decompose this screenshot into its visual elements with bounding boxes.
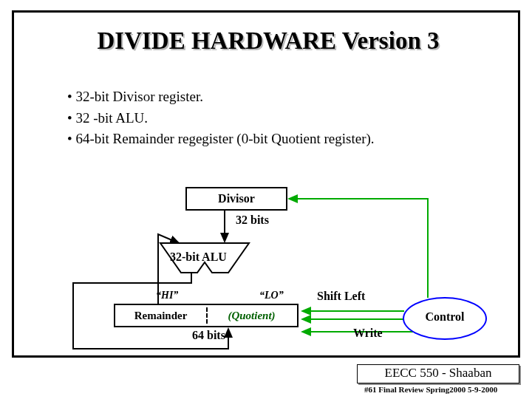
slide-title: DIVIDE HARDWARE Version 3 (14, 27, 522, 55)
write-label: Write (353, 327, 383, 340)
footer-slide-info: #61 Final Review Spring2000 5-9-2000 (364, 385, 497, 394)
shift-label: Shift Left (317, 290, 365, 303)
divisor-box: Divisor (185, 187, 287, 211)
lo-label: “LO” (259, 290, 284, 301)
alu-label: 32-bit ALU (170, 250, 227, 264)
quotient-text: (Quotient) (206, 305, 297, 326)
bullet-2: 32 -bit ALU. (67, 108, 375, 129)
remainder-text: Remainder (115, 305, 206, 326)
bullet-3: 64-bit Remainder regegister (0-bit Quoti… (67, 129, 375, 150)
diagram: Divisor 32 bits 32-bit ALU “HI” “LO” Rem… (14, 160, 522, 352)
bullet-list: 32-bit Divisor register. 32 -bit ALU. 64… (67, 86, 375, 150)
bits64-label: 64 bits (192, 329, 225, 342)
footer-course: EECC 550 - Shaaban (357, 364, 519, 383)
bullet-1: 32-bit Divisor register. (67, 86, 375, 108)
hi-label: “HI” (156, 290, 178, 301)
divisor-bits: 32 bits (236, 214, 269, 227)
control-box: Control (403, 297, 487, 340)
remainder-box: Remainder (Quotient) (114, 304, 299, 327)
